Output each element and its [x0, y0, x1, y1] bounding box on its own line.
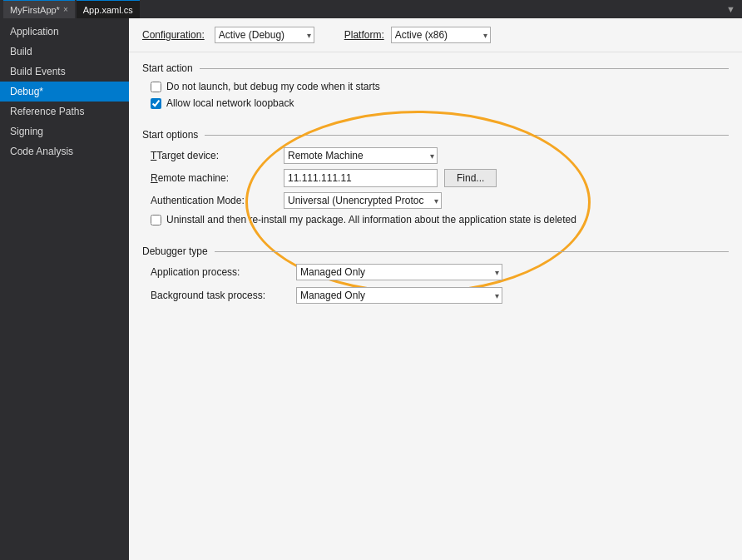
title-bar-right: ▼: [726, 4, 739, 14]
app-process-select[interactable]: Managed Only: [296, 264, 502, 280]
start-action-section: Start action Do not launch, but debug my…: [129, 52, 742, 119]
tab-myfirstapp-close[interactable]: ×: [63, 5, 68, 14]
find-button[interactable]: Find...: [444, 169, 497, 187]
title-bar: MyFirstApp* × App.xaml.cs ▼: [0, 0, 742, 18]
debugger-type-section: Debugger type Application process: Manag…: [129, 235, 742, 315]
app-process-row: Application process: Managed Only: [142, 264, 729, 280]
target-device-select[interactable]: Remote Machine: [284, 147, 438, 164]
tab-appxaml-label: App.xaml.cs: [83, 5, 133, 15]
uninstall-label: Uninstall and then re-install my package…: [166, 214, 576, 225]
target-device-row: TTarget device: Remote Machine: [142, 147, 729, 164]
auth-mode-label: Authentication Mode:: [151, 195, 284, 206]
sidebar-item-application[interactable]: Application: [0, 22, 129, 42]
do-not-launch-label: Do not launch, but debug my code when it…: [166, 81, 380, 92]
sidebar-item-code-analysis[interactable]: Code Analysis: [0, 141, 129, 161]
configuration-label: Configuration:: [142, 29, 205, 41]
app-process-select-wrapper: Managed Only: [296, 264, 502, 280]
target-device-select-wrapper: Remote Machine: [284, 147, 438, 164]
configuration-select[interactable]: Active (Debug): [215, 27, 314, 43]
remote-machine-row: Remote machine: Find...: [142, 169, 729, 187]
sidebar-item-reference-paths[interactable]: Reference Paths: [0, 102, 129, 121]
main-container: Application Build Build Events Debug* Re…: [0, 18, 742, 560]
start-options-title: Start options: [142, 129, 729, 141]
content-area: Configuration: Active (Debug) Platform: …: [129, 18, 742, 560]
uninstall-checkbox[interactable]: [151, 215, 161, 225]
platform-select[interactable]: Active (x86): [391, 27, 491, 43]
uninstall-row: Uninstall and then re-install my package…: [142, 214, 729, 225]
bg-task-select-wrapper: Managed Only: [296, 287, 502, 304]
debugger-type-title: Debugger type: [142, 245, 729, 257]
bg-task-select[interactable]: Managed Only: [296, 287, 502, 304]
start-action-title: Start action: [142, 62, 729, 74]
tab-appxaml[interactable]: App.xaml.cs: [77, 0, 140, 18]
auth-mode-select[interactable]: Universal (Unencrypted Protoc: [284, 192, 442, 209]
do-not-launch-checkbox[interactable]: [151, 82, 161, 92]
platform-select-wrapper: Active (x86): [391, 27, 491, 43]
sidebar-item-build[interactable]: Build: [0, 42, 129, 62]
allow-loopback-row: Allow local network loopback: [142, 97, 729, 109]
remote-machine-input[interactable]: [284, 169, 438, 187]
sidebar: Application Build Build Events Debug* Re…: [0, 18, 129, 560]
do-not-launch-row: Do not launch, but debug my code when it…: [142, 81, 729, 92]
bg-task-label: Background task process:: [151, 290, 296, 301]
config-bar: Configuration: Active (Debug) Platform: …: [129, 18, 742, 52]
app-process-label: Application process:: [151, 266, 296, 278]
sidebar-item-signing[interactable]: Signing: [0, 121, 129, 141]
platform-area: Platform: Active (x86): [344, 27, 491, 43]
start-options-section: Start options TTarget device: Remote Mac…: [129, 119, 742, 235]
target-device-label: TTarget device:: [151, 150, 284, 161]
remote-machine-label: Remote machine:: [151, 172, 284, 184]
auth-mode-row: Authentication Mode: Universal (Unencryp…: [142, 192, 729, 209]
bg-task-row: Background task process: Managed Only: [142, 287, 729, 304]
tab-myfirstapp-label: MyFirstApp*: [10, 5, 60, 15]
platform-label: Platform:: [344, 29, 384, 41]
auth-mode-select-wrapper: Universal (Unencrypted Protoc: [284, 192, 442, 209]
tab-myfirstapp[interactable]: MyFirstApp* ×: [3, 0, 75, 18]
sidebar-item-debug[interactable]: Debug*: [0, 82, 129, 102]
sidebar-item-build-events[interactable]: Build Events: [0, 62, 129, 82]
configuration-select-wrapper: Active (Debug): [215, 27, 314, 43]
allow-loopback-checkbox[interactable]: [151, 98, 161, 109]
allow-loopback-label: Allow local network loopback: [166, 97, 294, 109]
